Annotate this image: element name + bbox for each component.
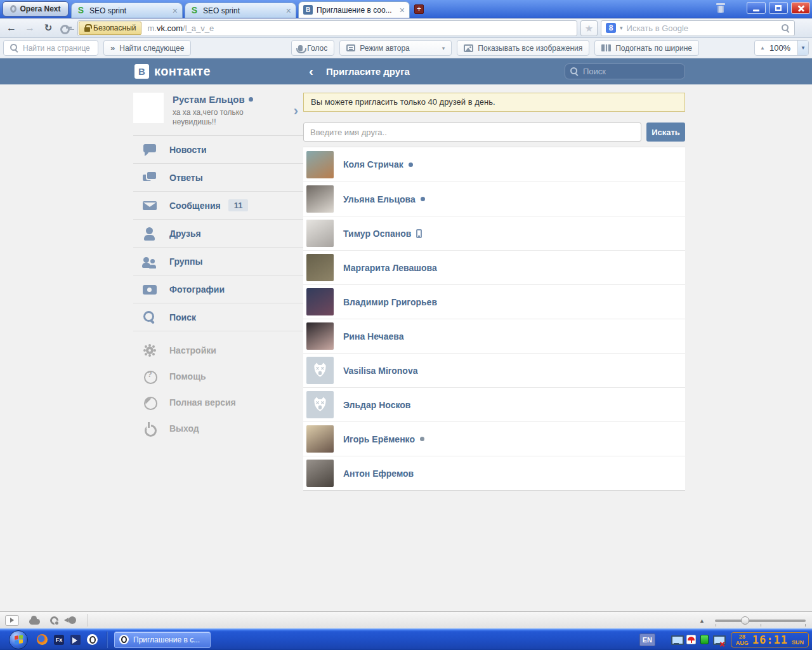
network-monitor-icon[interactable] [671, 635, 682, 644]
tab-close-icon[interactable]: × [173, 6, 178, 16]
friend-name-input[interactable]: Введите имя друга.. [303, 123, 641, 142]
opera-unite-icon[interactable] [50, 616, 58, 625]
zoom-slider[interactable]: ▲ [699, 612, 806, 629]
tab-close-icon[interactable]: × [400, 5, 405, 15]
sidebar-menu-item[interactable]: Ответы [133, 163, 303, 191]
friend-name: Vasilisa Mironova [343, 366, 418, 376]
browser-tab[interactable]: S SEO sprint × [71, 3, 183, 18]
firefox-icon[interactable] [37, 634, 48, 645]
vk-search-field[interactable]: Поиск [565, 63, 685, 79]
friend-row[interactable]: Коля Стричак [303, 147, 685, 182]
voice-button[interactable]: Голос [291, 40, 334, 56]
friend-row[interactable]: Игорь Ерёменко [303, 421, 685, 456]
sidebar-menu-item[interactable]: Полная версия [133, 389, 303, 415]
security-badge[interactable]: Безопасный [79, 22, 141, 35]
google-search-field[interactable]: 8 ▾ Искать в Google [601, 20, 795, 36]
logout-icon [142, 421, 157, 436]
show-images-button[interactable]: Показывать все изображения [457, 40, 589, 56]
slider-up-icon[interactable]: ▲ [699, 618, 705, 624]
search-button[interactable]: Искать [646, 123, 685, 142]
images-icon [464, 44, 473, 52]
fx-app-icon[interactable]: Fx [54, 635, 64, 645]
author-mode-dropdown-icon[interactable]: ▾ [442, 45, 445, 51]
friend-row[interactable]: Vasilisa Mironova [303, 353, 685, 387]
tab-bar: Opera Next S SEO sprint × S SEO sprint ×… [0, 0, 812, 18]
friend-name: Маргарита Левашова [343, 263, 437, 273]
friend-row[interactable]: Владимир Григорьев [303, 284, 685, 319]
sidebar-menu-item[interactable]: Фотографии [133, 275, 303, 303]
windows-taskbar: Fx Приглашение в с... EN 28AUG 16:11 SUN [0, 628, 812, 650]
sidebar-menu-item[interactable]: Поиск [133, 303, 303, 331]
seo-sprint-icon: S [190, 6, 199, 15]
vk-logo[interactable]: В контакте [134, 58, 211, 84]
opera-launcher-icon[interactable] [87, 634, 98, 645]
panels-toggle-icon[interactable] [5, 615, 19, 626]
friend-list: Коля Стричак Ульяна Ельцова [303, 147, 685, 491]
clock-day: SUN [792, 639, 804, 646]
browser-tab[interactable]: В Приглашение в соо... × [298, 1, 410, 18]
search-engine-dropdown-icon[interactable]: ▾ [620, 25, 623, 31]
tab-close-icon[interactable]: × [286, 6, 291, 16]
sidebar-menu-item[interactable]: Настройки [133, 337, 303, 363]
friend-row[interactable]: Ульяна Ельцова [303, 182, 685, 216]
menu-label: Поиск [169, 312, 196, 322]
view-toolbar: Найти на странице » Найти следующее Голо… [0, 38, 812, 58]
start-button[interactable] [9, 630, 28, 649]
opera-menu-button[interactable]: Opera Next [3, 1, 69, 17]
password-key-icon[interactable] [59, 21, 74, 35]
minimize-button[interactable] [747, 2, 766, 14]
tray-status-icon[interactable] [700, 635, 709, 644]
avira-antivirus-icon[interactable] [686, 635, 696, 644]
friend-row[interactable]: Эльдар Носков [303, 387, 685, 421]
find-on-page-input[interactable]: Найти на странице [3, 40, 98, 56]
friend-row[interactable]: Тимур Оспанов [303, 216, 685, 250]
friend-avatar [306, 322, 334, 350]
zoom-slider-knob[interactable] [741, 616, 749, 625]
close-button[interactable] [791, 2, 810, 14]
sidebar-menu-item[interactable]: Новости [133, 135, 303, 163]
language-indicator[interactable]: EN [639, 633, 655, 646]
zoom-slider-track[interactable] [715, 620, 806, 622]
closed-tabs-trash-icon[interactable] [716, 3, 726, 13]
friend-row[interactable]: Рина Нечаева [303, 319, 685, 353]
back-chevron-icon[interactable]: ‹ [309, 63, 313, 79]
opera-link-cloud-icon[interactable] [29, 619, 40, 625]
tab-title: SEO sprint [89, 6, 170, 15]
forward-button[interactable]: → [22, 21, 37, 35]
friend-avatar [306, 460, 334, 487]
profile-status: ха ха ха,чего только неувидишь!! [173, 108, 260, 127]
browser-tab[interactable]: S SEO sprint × [185, 3, 296, 18]
divider [88, 614, 88, 627]
reload-button[interactable]: ↻ [41, 21, 56, 35]
tray-clock[interactable]: 28AUG 16:11 SUN [731, 632, 809, 647]
clock-time: 16:11 [752, 633, 788, 646]
opera-turbo-icon[interactable] [69, 616, 76, 624]
search-icon [142, 310, 157, 325]
find-next-button[interactable]: » Найти следующее [103, 40, 191, 56]
news-icon [142, 142, 157, 157]
sidebar-menu-item[interactable]: Группы [133, 247, 303, 275]
zoom-dropdown-icon[interactable]: ▼ [797, 41, 808, 55]
back-button[interactable]: ← [4, 21, 19, 35]
seo-sprint-icon: S [76, 6, 86, 15]
taskbar-window-button[interactable]: Приглашение в с... [114, 632, 211, 648]
sidebar-menu-item[interactable]: Выход [133, 415, 303, 441]
author-mode-button[interactable]: Режим автора ▾ [339, 40, 452, 56]
profile-card[interactable]: Рустам Ельцов ха ха ха,чего только неуви… [133, 93, 303, 129]
network-disconnected-icon[interactable] [713, 635, 724, 644]
zoom-up-icon[interactable]: ▲ [760, 45, 765, 51]
zoom-control[interactable]: ▲ 100% ▼ [754, 40, 809, 56]
restore-button[interactable] [769, 2, 788, 14]
url-field[interactable]: Безопасный m.vk.com/l_a_v_e [77, 20, 577, 36]
fit-width-button[interactable]: Подогнать по ширине [594, 40, 699, 56]
search-icon[interactable] [782, 24, 790, 32]
sidebar-menu-item[interactable]: Помощь [133, 363, 303, 389]
taskbar-divider [107, 632, 108, 648]
friend-row[interactable]: Антон Ефремов [303, 456, 685, 490]
app-icon[interactable] [70, 635, 81, 645]
friend-row[interactable]: Маргарита Левашова [303, 250, 685, 284]
new-tab-button[interactable]: + [414, 4, 424, 14]
sidebar-menu-item[interactable]: Сообщения 11 [133, 191, 303, 219]
sidebar-menu-item[interactable]: Друзья [133, 219, 303, 247]
bookmark-star-icon[interactable]: ★ [580, 20, 598, 36]
